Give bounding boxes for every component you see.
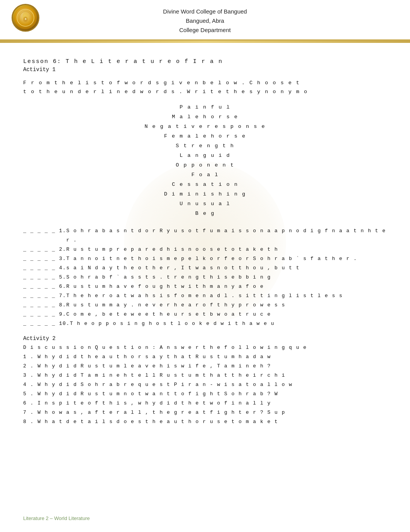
activity2-section: Activity 2 D i s c u s s i o n Q u e s t… (23, 335, 387, 427)
institution-logo: ✦ (12, 4, 39, 32)
word-item: F o a l (23, 170, 387, 180)
sentence-row: _ _ _ _ _ 7. T h e h e r o a t w a h s i… (23, 291, 387, 301)
word-item: N e g a t i v e r e s p o n s e (23, 122, 387, 132)
sentence-blanks: _ _ _ _ _ 8. (23, 301, 66, 310)
instructions: F r o m t h e l i s t o f w o r d s g i … (23, 79, 387, 97)
discussion-line: D i s c u s s i o n Q u e s t i o n : A … (23, 343, 387, 352)
sentence-blanks: _ _ _ _ _ 1. (23, 226, 66, 236)
word-item: B e g (23, 209, 387, 219)
sentence-text: S o h r a b a s n t d o r R y u s o t f … (66, 226, 387, 245)
footer: Literature 2 – World Literature (23, 515, 90, 521)
discussion-line: 3 . W h y d i d T a m i n e h t e l l R … (23, 371, 387, 380)
discussion-line: 7 . W h o w a s , a f t e r a l l , t h … (23, 408, 387, 417)
sentence-row: _ _ _ _ _ 2. R u s t u m p r e p a r e d… (23, 245, 387, 254)
sentence-blanks: _ _ _ _ _ 6. (23, 282, 66, 291)
institution-line3: College Department (163, 25, 247, 35)
word-item: F e m a l e h o r s e (23, 132, 387, 141)
institution-info: Divine Word College of Bangued Bangued, … (163, 7, 247, 35)
sentence-text: T h e o p p o s i n g h o s t l o o k e … (70, 319, 387, 328)
logo-container: ✦ (12, 4, 39, 32)
sentence-row: _ _ _ _ _ 1. S o h r a b a s n t d o r R… (23, 226, 387, 245)
footer-text: Literature 2 – World Literature (23, 515, 90, 521)
discussion-line: 2 . W h y d i d R u s t u m l e a v e h … (23, 362, 387, 371)
sentence-blanks: _ _ _ _ _ 10. (23, 319, 70, 328)
sentence-row: _ _ _ _ _ 8. R u s t u m m a y . n e v e… (23, 301, 387, 310)
discussion-text: D i s c u s s i o n Q u e s t i o n : A … (23, 343, 387, 427)
instructions-line2: t o t h e u n d e r l i n e d w o r d s … (23, 88, 387, 97)
sentence-row: _ _ _ _ _ 5. S o h r a b f ` a s s t s .… (23, 273, 387, 282)
word-item: L a n g u i d (23, 151, 387, 161)
sentence-row: _ _ _ _ _ 3. T a n n o i t n e t h o i s… (23, 254, 387, 263)
logo-emblem: ✦ (14, 6, 37, 29)
word-item: M a l e h o r s e (23, 112, 387, 122)
sentence-row: _ _ _ _ _ 4. s a i N d a y t h e o t h e… (23, 263, 387, 273)
institution-line1: Divine Word College of Bangued (163, 7, 247, 16)
word-item: S t r e n g t h (23, 141, 387, 151)
sentence-blanks: _ _ _ _ _ 5. (23, 273, 66, 282)
sentence-text: T a n n o i t n e t h o i s m e p e l k … (66, 254, 387, 263)
activity2-label: Activity 2 (23, 335, 387, 342)
sentence-text: R u s t u m m a y . n e v e r h e a r o … (66, 301, 387, 310)
word-list: P a i n f u lM a l e h o r s eN e g a t … (23, 103, 387, 219)
sentence-text: S o h r a b f ` a s s t s . t r e n g t … (66, 273, 387, 282)
svg-text:✦: ✦ (24, 17, 27, 21)
sentence-text: R u s t u m h a v e f o u g h t w i t h … (66, 282, 387, 291)
sentence-text: C o m e , b e t e w e e t h e u r s e t … (66, 310, 387, 319)
sentence-text: T h e h e r o a t w a h s i s f o m e n … (66, 291, 387, 301)
discussion-line: 1 . W h y d i d t h e a u t h o r s a y … (23, 352, 387, 362)
sentence-blanks: _ _ _ _ _ 7. (23, 291, 66, 301)
sentence-blanks: _ _ _ _ _ 4. (23, 263, 66, 273)
instructions-line1: F r o m t h e l i s t o f w o r d s g i … (23, 79, 387, 88)
sentence-row: _ _ _ _ _ 6. R u s t u m h a v e f o u g… (23, 282, 387, 291)
word-item: P a i n f u l (23, 103, 387, 112)
sentence-blanks: _ _ _ _ _ 9. (23, 310, 66, 319)
activity1-label: Activity 1 (23, 66, 387, 73)
sentence-row: _ _ _ _ _ 10. T h e o p p o s i n g h o … (23, 319, 387, 328)
sentence-row: _ _ _ _ _ 9. C o m e , b e t e w e e t h… (23, 310, 387, 319)
word-item: C e s s a t i o n (23, 180, 387, 190)
discussion-line: 4 . W h y d i d S o h r a b r e q u e s … (23, 380, 387, 389)
word-item: U n u s u a l (23, 199, 387, 209)
sentence-blanks: _ _ _ _ _ 3. (23, 254, 66, 263)
sentences-section: _ _ _ _ _ 1. S o h r a b a s n t d o r R… (23, 226, 387, 329)
word-item: D i m i n i s h i n g (23, 190, 387, 199)
institution-line2: Bangued, Abra (163, 16, 247, 25)
sentence-blanks: _ _ _ _ _ 2. (23, 245, 66, 254)
sentence-text: s a i N d a y t h e o t h e r , I t w a … (66, 263, 387, 273)
main-content: Lesson 6: T h e L i t e r a t u r e o f … (0, 43, 410, 442)
lesson-title: Lesson 6: T h e L i t e r a t u r e o f … (23, 58, 387, 65)
page-header: ✦ Divine Word College of Bangued Bangued… (0, 0, 410, 41)
discussion-line: 5 . W h y d i d R u s t u m n o t w a n … (23, 389, 387, 399)
discussion-line: 6 . I n s p i t e o f t h i s , w h y d … (23, 399, 387, 408)
discussion-line: 8 . W h a t d e t a i l s d o e s t h e … (23, 417, 387, 427)
sentence-text: R u s t u m p r e p a r e d h i s n o o … (66, 245, 387, 254)
word-item: O p p o n e n t (23, 161, 387, 170)
